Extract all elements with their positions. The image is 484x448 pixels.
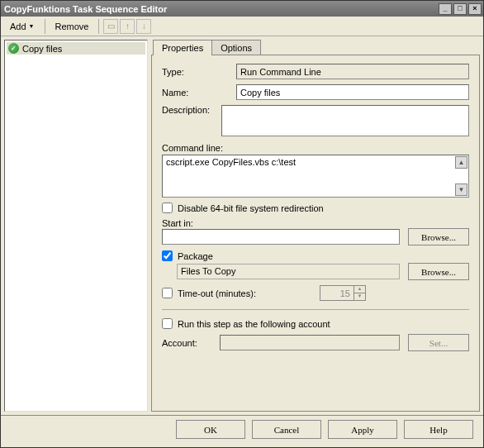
cmdline-text: cscript.exe CopyFiles.vbs c:\test [166, 157, 296, 167]
startin-label: Start in: [162, 218, 469, 228]
name-field[interactable] [236, 84, 469, 100]
cmdline-field[interactable]: cscript.exe CopyFiles.vbs c:\test ▲ ▼ [162, 155, 469, 198]
maximize-button[interactable]: □ [453, 3, 467, 15]
runas-label: Run this step as the following account [178, 319, 330, 329]
dialog-button-bar: OK Cancel Apply Help [1, 415, 483, 443]
window-title: CopyFunktions Task Sequence Editor [4, 4, 437, 14]
cancel-button[interactable]: Cancel [252, 420, 321, 439]
cmdline-label: Command line: [162, 143, 469, 153]
package-label: Package [178, 251, 213, 261]
spinner-icon[interactable]: ▲▼ [354, 286, 365, 301]
browse-startin-button[interactable]: Browse... [408, 228, 469, 245]
divider [162, 309, 469, 310]
scroll-down-icon[interactable]: ▼ [455, 183, 467, 196]
account-label: Account: [162, 338, 211, 348]
disable64-checkbox[interactable] [162, 203, 173, 213]
name-label: Name: [162, 88, 236, 98]
package-name-field: Files To Copy [177, 264, 400, 279]
toolbar: Add ▼ Remove ▭ ↑ ↓ [1, 17, 483, 36]
type-label: Type: [162, 67, 236, 77]
tree-item-label: Copy files [22, 44, 62, 54]
scroll-up-icon[interactable]: ▲ [455, 156, 467, 169]
runas-checkbox[interactable] [162, 318, 173, 329]
task-tree[interactable]: ✓ Copy files [4, 40, 148, 412]
apply-button[interactable]: Apply [328, 420, 397, 439]
dropdown-icon: ▼ [29, 23, 35, 29]
separator [98, 19, 99, 34]
timeout-value: 15 [320, 288, 354, 298]
right-pane: Properties Options Type: Name: Descripti… [151, 40, 480, 412]
tree-item[interactable]: ✓ Copy files [7, 42, 145, 55]
account-field [220, 335, 400, 350]
separator [45, 19, 45, 34]
description-field[interactable] [221, 105, 469, 136]
timeout-stepper[interactable]: 15 ▲▼ [320, 285, 366, 301]
tab-bar: Properties Options [153, 40, 480, 55]
package-checkbox[interactable] [162, 250, 173, 261]
timeout-checkbox[interactable] [162, 288, 173, 298]
new-group-icon[interactable]: ▭ [103, 19, 118, 34]
minimize-button[interactable]: _ [439, 3, 452, 15]
close-button[interactable]: × [468, 3, 482, 15]
remove-button[interactable]: Remove [50, 19, 95, 34]
startin-field[interactable] [162, 229, 400, 245]
move-up-icon[interactable]: ↑ [120, 19, 135, 34]
type-field [236, 64, 469, 79]
timeout-label: Time-out (minutes): [178, 288, 285, 298]
ok-button[interactable]: OK [176, 420, 245, 439]
properties-panel: Type: Name: Description: Command line: c… [151, 55, 480, 412]
remove-label: Remove [55, 21, 89, 31]
description-label: Description: [162, 105, 221, 115]
tab-properties[interactable]: Properties [153, 40, 212, 55]
title-bar: CopyFunktions Task Sequence Editor _ □ × [1, 1, 483, 17]
add-menu[interactable]: Add ▼ [4, 19, 40, 34]
help-button[interactable]: Help [404, 420, 473, 439]
add-label: Add [10, 21, 26, 31]
move-down-icon[interactable]: ↓ [136, 19, 151, 34]
tab-options[interactable]: Options [211, 40, 261, 55]
set-account-button[interactable]: Set... [408, 334, 469, 351]
browse-package-button[interactable]: Browse... [408, 263, 469, 280]
disable64-label: Disable 64-bit file system redirection [178, 203, 324, 213]
success-icon: ✓ [8, 43, 19, 54]
main-area: ✓ Copy files Properties Options Type: Na… [1, 36, 483, 415]
